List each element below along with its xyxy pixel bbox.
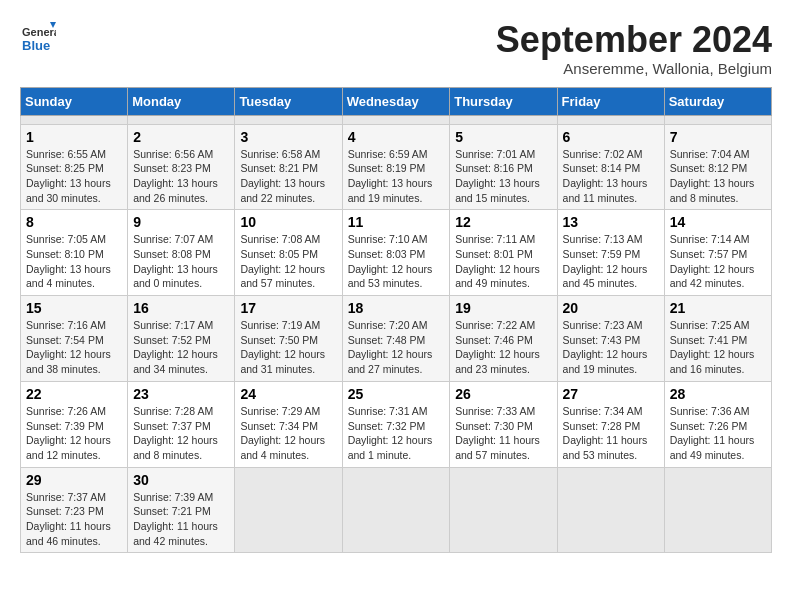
calendar-cell (450, 467, 557, 553)
day-info: Sunrise: 7:11 AM Sunset: 8:01 PM Dayligh… (455, 232, 551, 291)
day-info: Sunrise: 7:04 AM Sunset: 8:12 PM Dayligh… (670, 147, 766, 206)
calendar-cell (342, 115, 450, 124)
page-header: General Blue September 2024 Anseremme, W… (20, 20, 772, 77)
day-number: 19 (455, 300, 551, 316)
col-header-friday: Friday (557, 87, 664, 115)
calendar-cell: 29Sunrise: 7:37 AM Sunset: 7:23 PM Dayli… (21, 467, 128, 553)
day-number: 15 (26, 300, 122, 316)
day-info: Sunrise: 7:05 AM Sunset: 8:10 PM Dayligh… (26, 232, 122, 291)
day-info: Sunrise: 7:25 AM Sunset: 7:41 PM Dayligh… (670, 318, 766, 377)
day-number: 12 (455, 214, 551, 230)
logo-svg: General Blue (20, 20, 56, 56)
day-info: Sunrise: 7:20 AM Sunset: 7:48 PM Dayligh… (348, 318, 445, 377)
calendar-cell: 30Sunrise: 7:39 AM Sunset: 7:21 PM Dayli… (128, 467, 235, 553)
calendar-cell: 9Sunrise: 7:07 AM Sunset: 8:08 PM Daylig… (128, 210, 235, 296)
day-number: 7 (670, 129, 766, 145)
day-number: 18 (348, 300, 445, 316)
day-number: 4 (348, 129, 445, 145)
calendar-cell: 3Sunrise: 6:58 AM Sunset: 8:21 PM Daylig… (235, 124, 342, 210)
calendar-cell: 26Sunrise: 7:33 AM Sunset: 7:30 PM Dayli… (450, 381, 557, 467)
page-subtitle: Anseremme, Wallonia, Belgium (496, 60, 772, 77)
day-info: Sunrise: 7:22 AM Sunset: 7:46 PM Dayligh… (455, 318, 551, 377)
day-number: 23 (133, 386, 229, 402)
calendar-cell (664, 467, 771, 553)
calendar-cell (128, 115, 235, 124)
day-info: Sunrise: 7:31 AM Sunset: 7:32 PM Dayligh… (348, 404, 445, 463)
calendar-table: SundayMondayTuesdayWednesdayThursdayFrid… (20, 87, 772, 554)
calendar-cell: 14Sunrise: 7:14 AM Sunset: 7:57 PM Dayli… (664, 210, 771, 296)
day-number: 3 (240, 129, 336, 145)
day-info: Sunrise: 7:36 AM Sunset: 7:26 PM Dayligh… (670, 404, 766, 463)
day-info: Sunrise: 7:02 AM Sunset: 8:14 PM Dayligh… (563, 147, 659, 206)
day-number: 1 (26, 129, 122, 145)
calendar-cell: 21Sunrise: 7:25 AM Sunset: 7:41 PM Dayli… (664, 296, 771, 382)
day-number: 13 (563, 214, 659, 230)
day-number: 9 (133, 214, 229, 230)
day-number: 22 (26, 386, 122, 402)
calendar-cell (235, 467, 342, 553)
day-info: Sunrise: 7:26 AM Sunset: 7:39 PM Dayligh… (26, 404, 122, 463)
calendar-cell: 27Sunrise: 7:34 AM Sunset: 7:28 PM Dayli… (557, 381, 664, 467)
calendar-cell (664, 115, 771, 124)
day-info: Sunrise: 6:56 AM Sunset: 8:23 PM Dayligh… (133, 147, 229, 206)
day-info: Sunrise: 6:55 AM Sunset: 8:25 PM Dayligh… (26, 147, 122, 206)
day-info: Sunrise: 7:08 AM Sunset: 8:05 PM Dayligh… (240, 232, 336, 291)
calendar-cell: 10Sunrise: 7:08 AM Sunset: 8:05 PM Dayli… (235, 210, 342, 296)
calendar-cell: 2Sunrise: 6:56 AM Sunset: 8:23 PM Daylig… (128, 124, 235, 210)
day-number: 24 (240, 386, 336, 402)
col-header-saturday: Saturday (664, 87, 771, 115)
calendar-cell: 15Sunrise: 7:16 AM Sunset: 7:54 PM Dayli… (21, 296, 128, 382)
calendar-cell (557, 115, 664, 124)
day-info: Sunrise: 7:29 AM Sunset: 7:34 PM Dayligh… (240, 404, 336, 463)
day-info: Sunrise: 7:19 AM Sunset: 7:50 PM Dayligh… (240, 318, 336, 377)
day-info: Sunrise: 7:10 AM Sunset: 8:03 PM Dayligh… (348, 232, 445, 291)
day-info: Sunrise: 7:33 AM Sunset: 7:30 PM Dayligh… (455, 404, 551, 463)
day-info: Sunrise: 6:59 AM Sunset: 8:19 PM Dayligh… (348, 147, 445, 206)
col-header-tuesday: Tuesday (235, 87, 342, 115)
calendar-cell: 18Sunrise: 7:20 AM Sunset: 7:48 PM Dayli… (342, 296, 450, 382)
day-number: 6 (563, 129, 659, 145)
day-number: 30 (133, 472, 229, 488)
day-number: 25 (348, 386, 445, 402)
day-number: 10 (240, 214, 336, 230)
calendar-cell: 20Sunrise: 7:23 AM Sunset: 7:43 PM Dayli… (557, 296, 664, 382)
calendar-cell: 11Sunrise: 7:10 AM Sunset: 8:03 PM Dayli… (342, 210, 450, 296)
calendar-cell (450, 115, 557, 124)
calendar-cell: 5Sunrise: 7:01 AM Sunset: 8:16 PM Daylig… (450, 124, 557, 210)
calendar-cell: 24Sunrise: 7:29 AM Sunset: 7:34 PM Dayli… (235, 381, 342, 467)
day-number: 28 (670, 386, 766, 402)
calendar-cell: 19Sunrise: 7:22 AM Sunset: 7:46 PM Dayli… (450, 296, 557, 382)
calendar-cell: 13Sunrise: 7:13 AM Sunset: 7:59 PM Dayli… (557, 210, 664, 296)
col-header-wednesday: Wednesday (342, 87, 450, 115)
day-number: 11 (348, 214, 445, 230)
title-area: September 2024 Anseremme, Wallonia, Belg… (496, 20, 772, 77)
calendar-cell: 28Sunrise: 7:36 AM Sunset: 7:26 PM Dayli… (664, 381, 771, 467)
calendar-cell: 16Sunrise: 7:17 AM Sunset: 7:52 PM Dayli… (128, 296, 235, 382)
day-info: Sunrise: 7:37 AM Sunset: 7:23 PM Dayligh… (26, 490, 122, 549)
day-number: 5 (455, 129, 551, 145)
calendar-cell (21, 115, 128, 124)
day-info: Sunrise: 7:34 AM Sunset: 7:28 PM Dayligh… (563, 404, 659, 463)
col-header-sunday: Sunday (21, 87, 128, 115)
calendar-cell (342, 467, 450, 553)
day-number: 26 (455, 386, 551, 402)
day-number: 2 (133, 129, 229, 145)
calendar-cell (235, 115, 342, 124)
day-number: 27 (563, 386, 659, 402)
day-info: Sunrise: 7:23 AM Sunset: 7:43 PM Dayligh… (563, 318, 659, 377)
col-header-monday: Monday (128, 87, 235, 115)
day-info: Sunrise: 7:14 AM Sunset: 7:57 PM Dayligh… (670, 232, 766, 291)
day-info: Sunrise: 7:16 AM Sunset: 7:54 PM Dayligh… (26, 318, 122, 377)
day-info: Sunrise: 7:13 AM Sunset: 7:59 PM Dayligh… (563, 232, 659, 291)
calendar-cell: 1Sunrise: 6:55 AM Sunset: 8:25 PM Daylig… (21, 124, 128, 210)
day-number: 17 (240, 300, 336, 316)
calendar-cell (557, 467, 664, 553)
calendar-cell: 8Sunrise: 7:05 AM Sunset: 8:10 PM Daylig… (21, 210, 128, 296)
logo: General Blue (20, 20, 56, 56)
page-title: September 2024 (496, 20, 772, 60)
calendar-cell: 22Sunrise: 7:26 AM Sunset: 7:39 PM Dayli… (21, 381, 128, 467)
col-header-thursday: Thursday (450, 87, 557, 115)
day-info: Sunrise: 7:28 AM Sunset: 7:37 PM Dayligh… (133, 404, 229, 463)
svg-text:Blue: Blue (22, 38, 50, 53)
calendar-cell: 6Sunrise: 7:02 AM Sunset: 8:14 PM Daylig… (557, 124, 664, 210)
